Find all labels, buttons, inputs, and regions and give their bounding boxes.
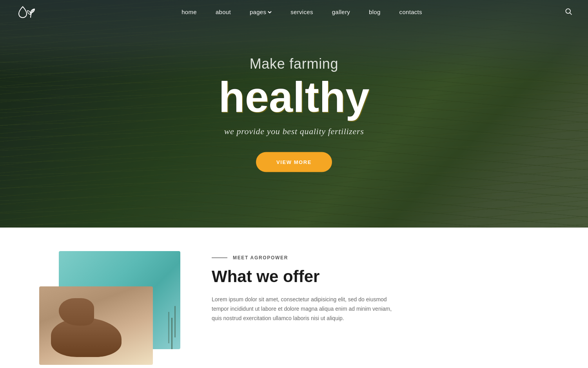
nav-item-gallery[interactable]: gallery <box>332 9 350 16</box>
nav-item-blog[interactable]: blog <box>369 9 381 16</box>
nav-item-services[interactable]: services <box>290 9 313 16</box>
main-nav: home about pages services gallery blog <box>0 0 588 24</box>
logo[interactable] <box>16 4 39 21</box>
about-text-block: MEET AGROPOWER What we offer Lorem ipsum… <box>212 251 549 323</box>
about-heading: What we offer <box>212 268 549 286</box>
nav-item-home[interactable]: home <box>181 9 197 16</box>
eyebrow-line <box>212 257 227 258</box>
about-eyebrow: MEET AGROPOWER <box>212 255 549 261</box>
nav-item-contacts[interactable]: contacts <box>399 9 422 16</box>
hero-content: Make farming healthy we provide you best… <box>157 56 431 172</box>
eyebrow-label: MEET AGROPOWER <box>233 255 288 261</box>
about-images <box>39 251 180 365</box>
nav-links: home about pages services gallery blog <box>181 9 422 16</box>
hero-tagline: Make farming <box>157 56 431 72</box>
cow-image-card <box>39 286 153 365</box>
about-section: MEET AGROPOWER What we offer Lorem ipsum… <box>0 228 588 368</box>
svg-line-1 <box>570 13 572 15</box>
hero-title: healthy <box>157 75 431 118</box>
hero-subtitle: we provide you best quality fertilizers <box>157 126 431 137</box>
svg-point-0 <box>566 9 570 13</box>
nav-item-pages[interactable]: pages <box>250 9 272 15</box>
hero-cta-button[interactable]: VIEW MORE <box>256 152 332 172</box>
nav-item-about[interactable]: about <box>216 9 231 16</box>
search-button[interactable] <box>564 7 572 16</box>
hero-section: home about pages services gallery blog <box>0 0 588 228</box>
about-body: Lorem ipsum dolor sit amet, consectetur … <box>212 295 392 323</box>
